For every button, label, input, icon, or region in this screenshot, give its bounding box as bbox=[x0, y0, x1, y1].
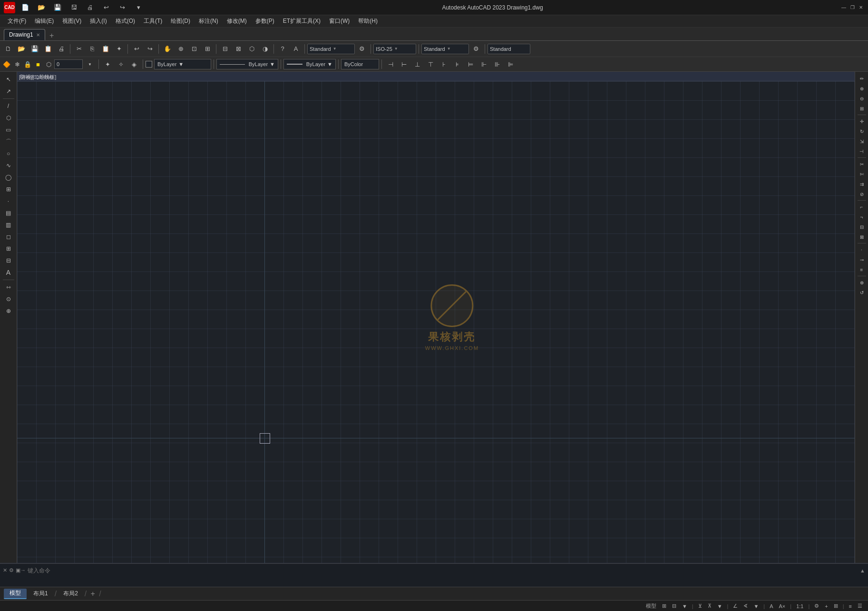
menu-window[interactable]: 窗口(W) bbox=[325, 16, 353, 26]
menu-tools[interactable]: 工具(T) bbox=[140, 16, 166, 26]
status-polar[interactable]: ⊼ bbox=[706, 603, 713, 609]
rt-layers[interactable]: ⊕ bbox=[857, 278, 867, 287]
tb-viewports[interactable]: ⊟ bbox=[219, 43, 231, 55]
redo-btn[interactable]: ↪ bbox=[116, 1, 128, 14]
tb-pan[interactable]: ✋ bbox=[161, 43, 174, 55]
tb-viewports2[interactable]: ⊠ bbox=[232, 43, 244, 55]
cmd-settings-icon[interactable]: ⚙ bbox=[9, 567, 14, 573]
rt-grid[interactable]: ⊞ bbox=[857, 104, 867, 113]
tb-redo[interactable]: ↪ bbox=[144, 43, 156, 55]
tb-layer-tool5[interactable]: ⊦ bbox=[438, 58, 450, 70]
tb-layer-tool9[interactable]: ⊪ bbox=[491, 58, 503, 70]
lt-multiline[interactable]: ⊟ bbox=[2, 255, 15, 266]
linetype-dropdown[interactable]: ByLayer ▼ bbox=[216, 59, 278, 69]
status-snap[interactable]: ▼ bbox=[680, 603, 689, 609]
menu-draw[interactable]: 绘图(D) bbox=[167, 16, 194, 26]
tb-layer-tool3[interactable]: ⊥ bbox=[411, 58, 423, 70]
rt-mirror[interactable]: ⊣ bbox=[857, 146, 867, 156]
rt-rotate[interactable]: ↻ bbox=[857, 126, 867, 136]
layer-dropdown-btn[interactable]: ▼ bbox=[84, 58, 96, 70]
iso-dropdown[interactable]: ISO-25 ▼ bbox=[373, 44, 416, 54]
lt-circle[interactable]: ○ bbox=[2, 148, 15, 159]
more-btn[interactable]: ▾ bbox=[132, 1, 145, 14]
rt-measure[interactable]: ⊸ bbox=[857, 255, 867, 264]
rt-chamfer[interactable]: ¬ bbox=[857, 212, 867, 222]
lt-hatch[interactable]: ▤ bbox=[2, 207, 15, 219]
canvas-area[interactable]: Drawing1.dwg [俯视][二维线框] 果核剥壳 WWW.GHXI.CO… bbox=[17, 72, 855, 563]
tab-add[interactable]: + bbox=[88, 589, 98, 599]
tb-layer-tool6[interactable]: ⊧ bbox=[451, 58, 463, 70]
lineweight-dropdown[interactable]: ByLayer ▼ bbox=[283, 59, 336, 69]
tb-cut[interactable]: ✂ bbox=[73, 43, 85, 55]
tab-layout1[interactable]: 布局1 bbox=[28, 589, 54, 599]
tb-open[interactable]: 📂 bbox=[15, 43, 28, 55]
layer-input[interactable]: 0 bbox=[54, 59, 83, 69]
status-ortho[interactable]: ⊻ bbox=[696, 603, 704, 609]
rt-extend[interactable]: ⇉ bbox=[857, 179, 867, 189]
status-angle2[interactable]: ∢ bbox=[741, 603, 750, 609]
restore-btn[interactable]: ❐ bbox=[849, 4, 856, 11]
status-annot2[interactable]: A× bbox=[777, 603, 788, 609]
lt-point2[interactable]: ⊕ bbox=[2, 305, 15, 317]
lt-insert[interactable]: ⊞ bbox=[2, 184, 15, 195]
rt-array[interactable]: ⊟ bbox=[857, 222, 867, 232]
menu-edit[interactable]: 编辑(E) bbox=[31, 16, 58, 26]
status-osnap[interactable]: ▼ bbox=[715, 603, 724, 609]
rt-explode[interactable]: ⊠ bbox=[857, 232, 867, 242]
tb-style2[interactable]: ⚙ bbox=[470, 43, 482, 55]
tab-drawing1-close[interactable]: ✕ bbox=[36, 32, 40, 38]
rt-offset[interactable]: ⊘ bbox=[857, 189, 867, 199]
lt-region[interactable]: ◻ bbox=[2, 231, 15, 242]
tab-drawing1[interactable]: Drawing1 ✕ bbox=[4, 29, 45, 40]
tab-model[interactable]: 模型 bbox=[4, 589, 27, 599]
tb-paste[interactable]: 📋 bbox=[99, 43, 112, 55]
tb-copy[interactable]: ⎘ bbox=[86, 43, 98, 55]
menu-help[interactable]: 帮助(H) bbox=[354, 16, 381, 26]
tab-add-btn[interactable]: + bbox=[47, 31, 57, 40]
status-scale[interactable]: 1:1 bbox=[794, 603, 805, 609]
menu-modify[interactable]: 修改(M) bbox=[223, 16, 251, 26]
open-file-btn[interactable]: 📂 bbox=[35, 1, 48, 14]
standard3-dropdown[interactable]: Standard bbox=[488, 44, 530, 54]
cmd-expand-icon[interactable]: ▲ bbox=[860, 568, 865, 573]
lt-select2[interactable]: ↗ bbox=[2, 86, 15, 97]
save-btn[interactable]: 💾 bbox=[51, 1, 64, 14]
rt-regen[interactable]: ↺ bbox=[857, 288, 867, 297]
menu-annotate[interactable]: 标注(N) bbox=[195, 16, 222, 26]
cmd-close-icon[interactable]: ✕ bbox=[3, 567, 7, 573]
layer-freeze-btn[interactable]: ❄ bbox=[12, 59, 22, 69]
layer-color-btn[interactable]: ■ bbox=[33, 59, 43, 69]
layer-manager-btn[interactable]: 🔶 bbox=[2, 59, 11, 69]
tb-undo[interactable]: ↩ bbox=[130, 43, 143, 55]
color-dropdown[interactable]: ByLayer ▼ bbox=[154, 59, 211, 69]
menu-et[interactable]: ET扩展工具(X) bbox=[279, 16, 324, 26]
close-btn[interactable]: ✕ bbox=[858, 4, 864, 11]
tb-shade[interactable]: ◑ bbox=[259, 43, 271, 55]
lt-gradient[interactable]: ▥ bbox=[2, 219, 15, 231]
tb-zoom-window[interactable]: ⊞ bbox=[201, 43, 214, 55]
status-menu1[interactable]: ≡ bbox=[847, 603, 854, 609]
status-annot1[interactable]: A bbox=[768, 603, 775, 609]
tb-layer-tool7[interactable]: ⊨ bbox=[464, 58, 477, 70]
command-input-wrapper[interactable] bbox=[28, 566, 858, 575]
rt-properties[interactable]: ≡ bbox=[857, 265, 867, 274]
minimize-btn[interactable]: — bbox=[840, 4, 847, 11]
status-grid2[interactable]: ⊟ bbox=[670, 603, 678, 609]
status-add[interactable]: + bbox=[823, 603, 829, 609]
status-menu2[interactable]: ☰ bbox=[856, 603, 864, 609]
status-model[interactable]: 模型 bbox=[644, 602, 658, 610]
saveas-btn[interactable]: 🖫 bbox=[68, 1, 80, 14]
new-file-btn[interactable]: 📄 bbox=[19, 1, 31, 14]
tb-layer-tool8[interactable]: ⊩ bbox=[478, 58, 490, 70]
lt-rect[interactable]: ▭ bbox=[2, 124, 15, 136]
tb-layer-tool10[interactable]: ⊫ bbox=[504, 58, 517, 70]
status-angle1[interactable]: ∠ bbox=[731, 603, 740, 609]
menu-file[interactable]: 文件(F) bbox=[4, 16, 30, 26]
lt-table[interactable]: ⊞ bbox=[2, 243, 15, 254]
tb-render1[interactable]: ✦ bbox=[101, 58, 114, 70]
tb-matchprop[interactable]: ✦ bbox=[113, 43, 125, 55]
layer-isolate-btn[interactable]: ⬡ bbox=[44, 59, 53, 69]
tb-zoom-plus[interactable]: ⊕ bbox=[175, 43, 187, 55]
layer-lock-btn[interactable]: 🔒 bbox=[23, 59, 32, 69]
menu-view[interactable]: 视图(V) bbox=[59, 16, 85, 26]
